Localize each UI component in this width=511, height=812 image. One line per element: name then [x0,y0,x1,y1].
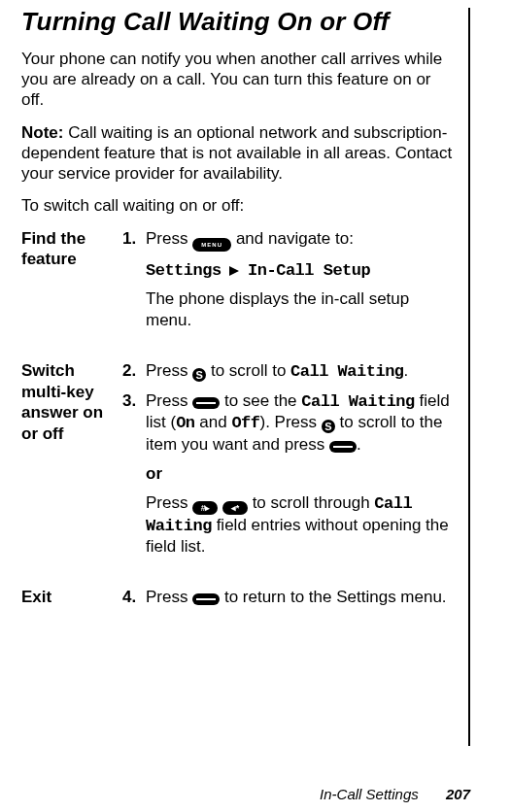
step-2-line: 2. Press S to scroll to Call Waiting. [122,360,453,390]
step-2-3-block: 2. Press S to scroll to Call Waiting. 3.… [122,360,453,565]
right-soft-key-icon-2 [329,441,357,453]
step-1-navigate: and navigate to: [231,229,354,248]
s3-b: to see the [220,391,301,410]
note-body: Call waiting is an optional network and … [21,123,452,184]
step-2-body: Press S to scroll to Call Waiting. [146,360,453,390]
pound-key-icon: #▸ [192,501,218,515]
menu-path-settings: Settings [146,261,221,280]
step-2-number: 2. [122,360,146,382]
s4-b: to return to the Settings menu. [220,588,446,606]
alt-a: Press [146,493,192,512]
side-label-exit: Exit [21,587,113,616]
step-3-number: 3. [122,390,146,412]
s3-on: On [176,414,194,432]
s3-off: Off [231,414,259,432]
step-1-block: 1. Press MENU and navigate to: Settings … [122,228,453,339]
left-soft-key-icon [192,593,220,605]
s2-d: . [404,361,409,380]
footer-page-number: 207 [446,786,470,802]
s2-b: to scroll to [206,361,290,380]
step-1-press: Press [146,229,192,248]
s2-call-waiting: Call Waiting [290,362,403,381]
s3-call-waiting: Call Waiting [301,392,414,411]
step-1-body: Press MENU and navigate to: Settings In-… [146,228,453,339]
page-footer: In-Call Settings 207 [320,786,470,802]
s3-e: ). Press [260,413,322,431]
menu-key-icon: MENU [192,238,231,252]
step-4-line: 4. Press to return to the Settings menu. [122,587,453,616]
s3-g: . [357,435,361,454]
or-separator: or [146,463,453,485]
step-1-result: The phone displays the in-call setup men… [146,288,453,331]
s3-and: and [195,413,232,431]
step-4-body: Press to return to the Settings menu. [146,587,453,616]
footer-section-name: In-Call Settings [320,786,419,802]
step-4-block: 4. Press to return to the Settings menu. [122,587,453,616]
scroll-key-icon: S [192,368,206,382]
content-column: Turning Call Waiting On or Off Your phon… [21,8,470,746]
lead-in: To switch call waiting on or off: [21,195,453,216]
step-1-number: 1. [122,228,146,250]
step-4-number: 4. [122,587,146,608]
right-soft-key-icon [192,397,220,409]
step-3-body: Press to see the Call Waiting field list… [146,390,453,566]
step-3-line: 3. Press to see the Call Waiting field l… [122,390,453,566]
page: Turning Call Waiting On or Off Your phon… [0,0,511,812]
side-label-find-feature: Find the feature [21,228,113,339]
alt-b: to scroll through [248,493,374,512]
side-label-switch: Switch multi-key answer on or off [21,360,113,565]
s2-a: Press [146,361,192,380]
heading-title: Turning Call Waiting On or Off [21,8,453,37]
menu-path-arrow-icon [229,266,239,276]
menu-path-incall: In-Call Setup [248,261,370,280]
star-key-icon: ◂* [222,501,248,515]
s4-a: Press [146,588,192,606]
note-paragraph: Note: Call waiting is an optional networ… [21,122,453,185]
step-1-line: 1. Press MENU and navigate to: Settings … [122,228,453,339]
scroll-key-icon-2: S [322,420,335,433]
steps-grid: Find the feature 1. Press MENU and navig… [21,228,453,616]
intro-paragraph: Your phone can notify you when another c… [21,49,453,111]
s3-a: Press [146,391,192,410]
note-lead: Note: [21,123,63,142]
